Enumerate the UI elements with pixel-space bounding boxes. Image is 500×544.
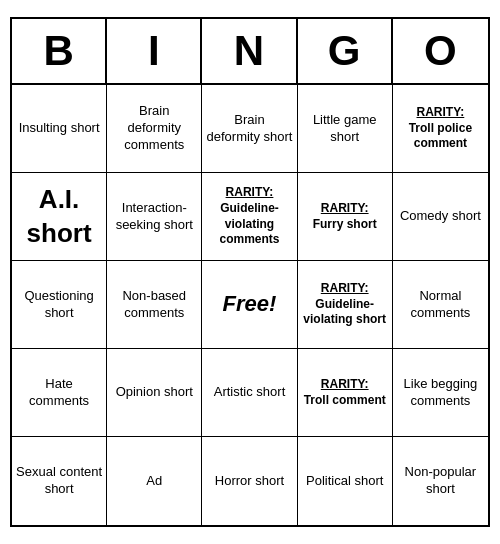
bingo-letter: N — [202, 19, 297, 83]
bingo-cell: Artistic short — [202, 349, 297, 437]
bingo-cell: Horror short — [202, 437, 297, 525]
bingo-cell: Ad — [107, 437, 202, 525]
bingo-card: BINGO Insulting shortBrain deformity com… — [10, 17, 490, 527]
bingo-cell: A.I. short — [12, 173, 107, 261]
bingo-letter: O — [393, 19, 488, 83]
bingo-cell: Brain deformity short — [202, 85, 297, 173]
bingo-cell: Hate comments — [12, 349, 107, 437]
bingo-cell: RARITY:Guideline-violating comments — [202, 173, 297, 261]
bingo-cell: Non-based comments — [107, 261, 202, 349]
bingo-cell: RARITY:Guideline-violating short — [298, 261, 393, 349]
bingo-cell: Brain deformity comments — [107, 85, 202, 173]
bingo-cell: Normal comments — [393, 261, 488, 349]
bingo-cell: RARITY:Furry short — [298, 173, 393, 261]
bingo-cell: Little game short — [298, 85, 393, 173]
bingo-grid: Insulting shortBrain deformity commentsB… — [12, 85, 488, 525]
bingo-cell: Non-popular short — [393, 437, 488, 525]
bingo-cell: RARITY:Troll police comment — [393, 85, 488, 173]
bingo-cell: Comedy short — [393, 173, 488, 261]
bingo-cell: Sexual content short — [12, 437, 107, 525]
bingo-letter: B — [12, 19, 107, 83]
bingo-letter: I — [107, 19, 202, 83]
bingo-cell: RARITY:Troll comment — [298, 349, 393, 437]
bingo-cell: Questioning short — [12, 261, 107, 349]
bingo-cell: Insulting short — [12, 85, 107, 173]
bingo-cell: Opinion short — [107, 349, 202, 437]
bingo-letter: G — [298, 19, 393, 83]
bingo-cell: Interaction-seeking short — [107, 173, 202, 261]
bingo-cell: Political short — [298, 437, 393, 525]
bingo-cell: Free! — [202, 261, 297, 349]
bingo-cell: Like begging comments — [393, 349, 488, 437]
bingo-header: BINGO — [12, 19, 488, 85]
